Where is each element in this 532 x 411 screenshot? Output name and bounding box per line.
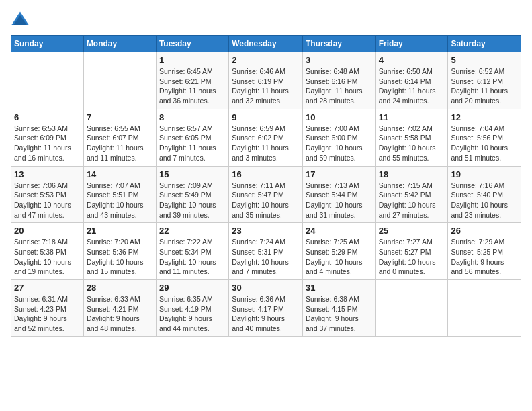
day-info: Sunrise: 7:06 AM Sunset: 5:53 PM Dayligh… xyxy=(14,181,81,220)
calendar-cell: 26Sunrise: 7:29 AM Sunset: 5:25 PM Dayli… xyxy=(448,223,521,280)
calendar-week-4: 20Sunrise: 7:18 AM Sunset: 5:38 PM Dayli… xyxy=(11,223,521,280)
day-info: Sunrise: 7:25 AM Sunset: 5:29 PM Dayligh… xyxy=(306,237,373,277)
calendar-cell: 10Sunrise: 7:00 AM Sunset: 6:00 PM Dayli… xyxy=(302,109,375,166)
day-number: 27 xyxy=(14,283,81,293)
day-number: 9 xyxy=(232,112,300,122)
day-info: Sunrise: 6:57 AM Sunset: 6:05 PM Dayligh… xyxy=(159,124,226,163)
calendar-cell: 17Sunrise: 7:13 AM Sunset: 5:44 PM Dayli… xyxy=(302,166,375,223)
day-number: 14 xyxy=(87,169,153,179)
day-info: Sunrise: 6:53 AM Sunset: 6:09 PM Dayligh… xyxy=(14,124,81,163)
calendar-cell: 27Sunrise: 6:31 AM Sunset: 4:23 PM Dayli… xyxy=(11,280,84,337)
day-header-wednesday: Wednesday xyxy=(229,36,303,52)
day-info: Sunrise: 7:07 AM Sunset: 5:51 PM Dayligh… xyxy=(87,181,153,220)
day-number: 7 xyxy=(87,112,153,122)
day-info: Sunrise: 7:29 AM Sunset: 5:25 PM Dayligh… xyxy=(451,237,518,277)
day-header-thursday: Thursday xyxy=(302,36,375,52)
day-number: 16 xyxy=(232,169,300,179)
day-header-saturday: Saturday xyxy=(448,36,521,52)
calendar-cell: 20Sunrise: 7:18 AM Sunset: 5:38 PM Dayli… xyxy=(11,223,84,280)
day-header-friday: Friday xyxy=(375,36,448,52)
day-info: Sunrise: 7:18 AM Sunset: 5:38 PM Dayligh… xyxy=(14,237,81,277)
day-info: Sunrise: 7:16 AM Sunset: 5:40 PM Dayligh… xyxy=(451,181,518,220)
calendar-cell xyxy=(11,52,84,109)
day-info: Sunrise: 7:09 AM Sunset: 5:49 PM Dayligh… xyxy=(159,181,226,220)
calendar-cell: 2Sunrise: 6:46 AM Sunset: 6:19 PM Daylig… xyxy=(229,52,303,109)
day-number: 21 xyxy=(87,226,153,236)
day-number: 11 xyxy=(379,112,445,122)
day-number: 29 xyxy=(159,283,226,293)
day-number: 20 xyxy=(14,226,81,236)
day-number: 15 xyxy=(159,169,226,179)
calendar-cell: 9Sunrise: 6:59 AM Sunset: 6:02 PM Daylig… xyxy=(229,109,303,166)
day-number: 31 xyxy=(306,283,373,293)
calendar-cell: 21Sunrise: 7:20 AM Sunset: 5:36 PM Dayli… xyxy=(83,223,156,280)
calendar-cell xyxy=(375,280,448,337)
calendar-cell: 3Sunrise: 6:48 AM Sunset: 6:16 PM Daylig… xyxy=(302,52,375,109)
day-number: 24 xyxy=(306,226,373,236)
day-info: Sunrise: 7:27 AM Sunset: 5:27 PM Dayligh… xyxy=(379,237,445,277)
day-number: 10 xyxy=(306,112,373,122)
calendar-cell: 8Sunrise: 6:57 AM Sunset: 6:05 PM Daylig… xyxy=(156,109,228,166)
calendar-cell: 29Sunrise: 6:35 AM Sunset: 4:19 PM Dayli… xyxy=(156,280,228,337)
calendar-cell: 15Sunrise: 7:09 AM Sunset: 5:49 PM Dayli… xyxy=(156,166,228,223)
logo xyxy=(11,11,32,30)
calendar-cell: 4Sunrise: 6:50 AM Sunset: 6:14 PM Daylig… xyxy=(375,52,448,109)
calendar-cell: 5Sunrise: 6:52 AM Sunset: 6:12 PM Daylig… xyxy=(448,52,521,109)
day-info: Sunrise: 6:35 AM Sunset: 4:19 PM Dayligh… xyxy=(159,294,226,334)
day-info: Sunrise: 7:15 AM Sunset: 5:42 PM Dayligh… xyxy=(379,181,445,220)
day-header-tuesday: Tuesday xyxy=(156,36,228,52)
day-number: 4 xyxy=(379,55,445,65)
day-number: 17 xyxy=(306,169,373,179)
day-number: 13 xyxy=(14,169,81,179)
calendar-cell: 31Sunrise: 6:38 AM Sunset: 4:15 PM Dayli… xyxy=(302,280,375,337)
calendar-cell: 22Sunrise: 7:22 AM Sunset: 5:34 PM Dayli… xyxy=(156,223,228,280)
day-info: Sunrise: 7:13 AM Sunset: 5:44 PM Dayligh… xyxy=(306,181,373,220)
calendar-cell: 1Sunrise: 6:45 AM Sunset: 6:21 PM Daylig… xyxy=(156,52,228,109)
calendar-cell xyxy=(83,52,156,109)
calendar-cell: 6Sunrise: 6:53 AM Sunset: 6:09 PM Daylig… xyxy=(11,109,84,166)
calendar-cell: 28Sunrise: 6:33 AM Sunset: 4:21 PM Dayli… xyxy=(83,280,156,337)
day-info: Sunrise: 7:20 AM Sunset: 5:36 PM Dayligh… xyxy=(87,237,153,277)
day-number: 8 xyxy=(159,112,226,122)
day-number: 30 xyxy=(232,283,300,293)
calendar-table: SundayMondayTuesdayWednesdayThursdayFrid… xyxy=(11,35,521,337)
calendar-week-5: 27Sunrise: 6:31 AM Sunset: 4:23 PM Dayli… xyxy=(11,280,521,337)
day-info: Sunrise: 6:52 AM Sunset: 6:12 PM Dayligh… xyxy=(451,66,518,106)
day-info: Sunrise: 7:00 AM Sunset: 6:00 PM Dayligh… xyxy=(306,124,373,163)
day-info: Sunrise: 7:11 AM Sunset: 5:47 PM Dayligh… xyxy=(232,181,300,220)
day-number: 12 xyxy=(451,112,518,122)
calendar-cell: 24Sunrise: 7:25 AM Sunset: 5:29 PM Dayli… xyxy=(302,223,375,280)
day-info: Sunrise: 7:04 AM Sunset: 5:56 PM Dayligh… xyxy=(451,124,518,163)
calendar-cell: 18Sunrise: 7:15 AM Sunset: 5:42 PM Dayli… xyxy=(375,166,448,223)
day-number: 2 xyxy=(232,55,300,65)
day-info: Sunrise: 6:36 AM Sunset: 4:17 PM Dayligh… xyxy=(232,294,300,334)
calendar-week-3: 13Sunrise: 7:06 AM Sunset: 5:53 PM Dayli… xyxy=(11,166,521,223)
calendar-cell: 19Sunrise: 7:16 AM Sunset: 5:40 PM Dayli… xyxy=(448,166,521,223)
day-header-sunday: Sunday xyxy=(11,36,84,52)
day-info: Sunrise: 6:48 AM Sunset: 6:16 PM Dayligh… xyxy=(306,66,373,106)
day-info: Sunrise: 7:22 AM Sunset: 5:34 PM Dayligh… xyxy=(159,237,226,277)
day-number: 5 xyxy=(451,55,518,65)
day-info: Sunrise: 6:45 AM Sunset: 6:21 PM Dayligh… xyxy=(159,66,226,106)
day-number: 18 xyxy=(379,169,445,179)
calendar-cell: 12Sunrise: 7:04 AM Sunset: 5:56 PM Dayli… xyxy=(448,109,521,166)
calendar-cell: 25Sunrise: 7:27 AM Sunset: 5:27 PM Dayli… xyxy=(375,223,448,280)
day-number: 3 xyxy=(306,55,373,65)
day-number: 26 xyxy=(451,226,518,236)
day-info: Sunrise: 6:38 AM Sunset: 4:15 PM Dayligh… xyxy=(306,294,373,334)
calendar-cell: 30Sunrise: 6:36 AM Sunset: 4:17 PM Dayli… xyxy=(229,280,303,337)
calendar-cell: 16Sunrise: 7:11 AM Sunset: 5:47 PM Dayli… xyxy=(229,166,303,223)
logo-icon xyxy=(11,11,30,30)
day-number: 1 xyxy=(159,55,226,65)
day-number: 25 xyxy=(379,226,445,236)
day-info: Sunrise: 6:55 AM Sunset: 6:07 PM Dayligh… xyxy=(87,124,153,163)
calendar-cell: 7Sunrise: 6:55 AM Sunset: 6:07 PM Daylig… xyxy=(83,109,156,166)
day-number: 6 xyxy=(14,112,81,122)
calendar-cell: 13Sunrise: 7:06 AM Sunset: 5:53 PM Dayli… xyxy=(11,166,84,223)
calendar-cell xyxy=(448,280,521,337)
calendar-cell: 23Sunrise: 7:24 AM Sunset: 5:31 PM Dayli… xyxy=(229,223,303,280)
day-info: Sunrise: 7:24 AM Sunset: 5:31 PM Dayligh… xyxy=(232,237,300,277)
calendar-cell: 11Sunrise: 7:02 AM Sunset: 5:58 PM Dayli… xyxy=(375,109,448,166)
day-number: 28 xyxy=(87,283,153,293)
day-info: Sunrise: 6:33 AM Sunset: 4:21 PM Dayligh… xyxy=(87,294,153,334)
